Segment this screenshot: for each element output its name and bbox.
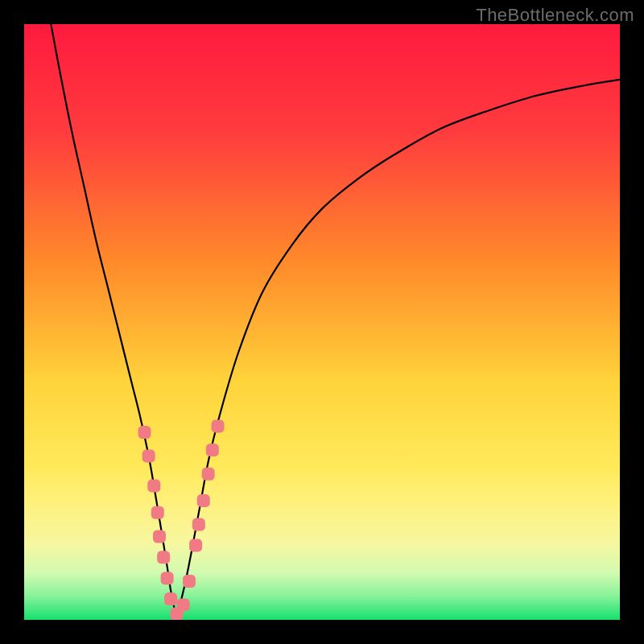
plot-area: [24, 24, 620, 620]
data-point-marker: [212, 420, 225, 433]
data-point-marker: [202, 468, 215, 481]
data-point-marker: [192, 518, 205, 531]
data-point-marker: [177, 599, 190, 612]
data-point-marker: [153, 530, 166, 543]
data-point-marker: [161, 572, 174, 584]
data-point-marker: [142, 450, 155, 463]
watermark-text: TheBottleneck.com: [476, 5, 634, 26]
data-point-marker: [151, 506, 164, 519]
data-point-marker: [189, 539, 202, 552]
data-point-marker: [206, 444, 219, 456]
data-point-marker: [147, 480, 160, 493]
data-point-marker: [157, 551, 170, 564]
data-point-marker: [138, 426, 151, 439]
data-point-marker: [183, 575, 196, 588]
bottleneck-curve: [51, 24, 620, 616]
marker-group: [138, 420, 224, 621]
chart-frame: TheBottleneck.com: [0, 0, 644, 644]
data-point-marker: [197, 494, 210, 507]
data-point-marker: [164, 592, 177, 605]
curve-layer: [24, 24, 620, 620]
